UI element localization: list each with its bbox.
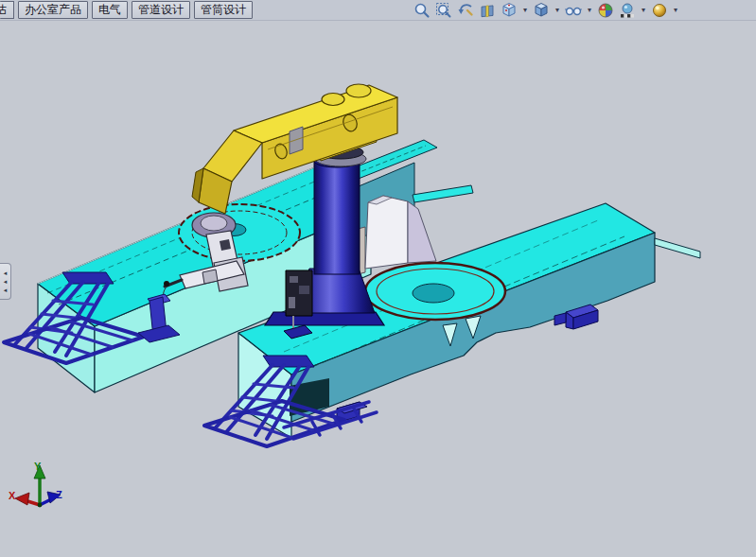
panel-collapse-arrow: ◂ bbox=[4, 286, 8, 294]
command-tabs: 估 办公室产品 电气 管道设计 管筒设计 bbox=[0, 1, 256, 19]
dropdown-caret[interactable]: ▾ bbox=[640, 1, 647, 19]
panel-collapse-arrow: ◂ bbox=[4, 269, 8, 277]
edit-appearance-icon[interactable] bbox=[596, 1, 615, 19]
tab-electrical[interactable]: 电气 bbox=[92, 1, 128, 19]
model-scene[interactable]: Y X Z bbox=[0, 0, 756, 557]
tab-office-products[interactable]: 办公室产品 bbox=[18, 1, 88, 19]
previous-view-icon[interactable] bbox=[456, 1, 475, 19]
dropdown-caret[interactable]: ▾ bbox=[554, 1, 561, 19]
display-style-icon[interactable] bbox=[532, 1, 551, 19]
feature-panel-collapse-tab[interactable]: ◂ ◂ ◂ bbox=[0, 263, 11, 300]
rotary-ring-right[interactable] bbox=[365, 263, 505, 320]
tab-piping-design[interactable]: 管道设计 bbox=[132, 1, 190, 19]
dropdown-caret[interactable]: ▾ bbox=[672, 1, 679, 19]
tab-evaluate-partial[interactable]: 估 bbox=[0, 1, 14, 19]
dropdown-caret[interactable]: ▾ bbox=[586, 1, 593, 19]
zoom-to-fit-icon[interactable] bbox=[413, 1, 431, 19]
tab-tubing-design[interactable]: 管筒设计 bbox=[194, 1, 253, 19]
apply-scene-icon[interactable] bbox=[618, 1, 637, 19]
command-manager-bar: 估 办公室产品 电气 管道设计 管筒设计 ▾ ▾ ▾ bbox=[0, 0, 756, 21]
panel-collapse-arrow: ◂ bbox=[4, 277, 8, 286]
axis-label-x: X bbox=[9, 490, 16, 501]
heads-up-view-toolbar: ▾ ▾ ▾ ▾ ▾ bbox=[413, 0, 679, 20]
zoom-to-area-icon[interactable] bbox=[434, 1, 453, 19]
view-orientation-icon[interactable] bbox=[500, 1, 519, 19]
view-settings-icon[interactable] bbox=[650, 1, 669, 19]
viewport-3d[interactable]: Y X Z bbox=[0, 0, 756, 557]
dropdown-caret[interactable]: ▾ bbox=[521, 1, 529, 19]
hide-show-items-icon[interactable] bbox=[564, 1, 583, 19]
axis-label-y: Y bbox=[34, 461, 42, 472]
section-view-icon[interactable] bbox=[478, 1, 497, 19]
axis-label-z: Z bbox=[56, 489, 62, 500]
